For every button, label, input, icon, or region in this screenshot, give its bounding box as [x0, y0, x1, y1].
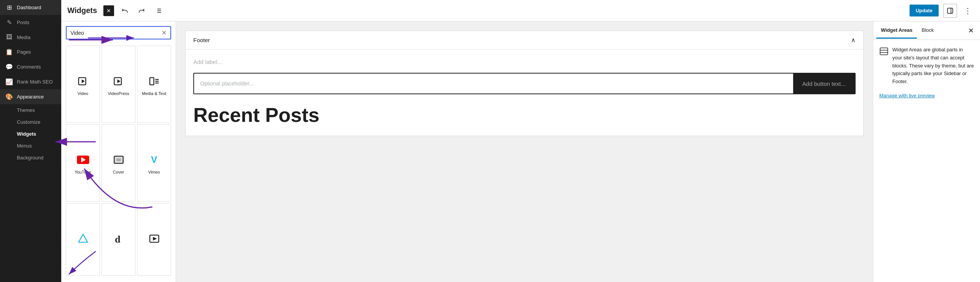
block-item-9[interactable]: [137, 203, 171, 276]
manage-live-preview-link[interactable]: Manage with live preview: [879, 92, 974, 100]
themes-label: Themes: [17, 107, 35, 113]
sidebar-item-pages[interactable]: 📋 Pages: [0, 44, 61, 59]
pages-icon: 📋: [5, 48, 13, 56]
svg-rect-24: [880, 48, 888, 55]
sidebar-item-label: Appearance: [17, 94, 44, 100]
footer-title: Footer: [193, 37, 210, 43]
canvas: Footer ∧ Add label... Optional placehold…: [176, 21, 873, 282]
search-placeholder: Optional placeholder...: [194, 74, 793, 93]
redo-button[interactable]: [136, 5, 148, 17]
tab-widget-areas[interactable]: Widget Areas: [876, 23, 917, 39]
more-options-button[interactable]: ⋮: [962, 5, 974, 17]
block-label: Cover: [113, 170, 124, 174]
sidebar-sub-item-themes[interactable]: Themes: [0, 104, 61, 116]
block-label: Media & Text: [142, 91, 166, 96]
toggle-sidebar-button[interactable]: [943, 4, 957, 18]
update-button[interactable]: Update: [910, 5, 939, 16]
search-input[interactable]: [70, 30, 162, 36]
recent-posts-title: Recent Posts: [193, 103, 856, 126]
youtube-icon: [76, 153, 90, 167]
right-panel: Widget Areas Block ✕ Widget Areas are gl…: [873, 21, 980, 282]
menus-label: Menus: [17, 143, 32, 149]
footer-header: Footer ∧: [186, 31, 863, 49]
widget-areas-panel-icon: [879, 47, 889, 56]
main-area: Widgets ✕ Update ⋮ ✕: [61, 0, 980, 282]
sidebar-sub-item-menus[interactable]: Menus: [0, 140, 61, 152]
search-box: ✕: [66, 26, 171, 39]
sidebar-item-label: Pages: [17, 49, 31, 55]
svg-marker-10: [82, 79, 85, 83]
block-item-youtube[interactable]: YouTube: [66, 125, 100, 202]
block-item-video[interactable]: Video: [66, 46, 100, 123]
block-label: YouTube: [75, 170, 91, 174]
widgets-label: Widgets: [17, 131, 36, 137]
footer-body: Add label... Optional placeholder... Add…: [186, 49, 863, 136]
posts-icon: ✎: [5, 19, 13, 26]
svg-rect-18: [116, 159, 121, 161]
right-panel-close-button[interactable]: ✕: [965, 25, 977, 37]
close-button[interactable]: ✕: [103, 5, 114, 16]
svg-text:d: d: [115, 234, 121, 244]
sidebar-item-comments[interactable]: 💬 Comments: [0, 59, 61, 74]
top-bar: Widgets ✕ Update ⋮: [61, 0, 980, 21]
page-title: Widgets: [67, 6, 97, 15]
sidebar-item-media[interactable]: 🖼 Media: [0, 30, 61, 44]
sidebar-item-label: Dashboard: [17, 5, 41, 10]
sidebar-item-rankmath[interactable]: 📈 Rank Math SEO: [0, 74, 61, 89]
block-item-media-text[interactable]: Media & Text: [137, 46, 171, 123]
block-item-videopress[interactable]: VideoPress: [101, 46, 136, 123]
content-area: ✕ Video: [61, 21, 980, 282]
block-label: Video: [78, 91, 88, 96]
tab-block[interactable]: Block: [917, 23, 938, 39]
block8-icon: d: [112, 232, 126, 246]
block-item-7[interactable]: [66, 203, 100, 276]
media-icon: 🖼: [5, 34, 13, 41]
appearance-icon: 🎨: [5, 93, 13, 100]
rankmath-icon: 📈: [5, 78, 13, 85]
right-panel-body: Widget Areas are global parts in your si…: [873, 40, 980, 106]
sidebar: ⊞ Dashboard ✎ Posts 🖼 Media 📋 Pages 💬 Co…: [0, 0, 61, 282]
cover-icon: [112, 153, 126, 167]
sidebar-item-label: Comments: [17, 64, 41, 70]
block-item-cover[interactable]: Cover: [101, 125, 136, 202]
videopress-icon: [112, 74, 126, 88]
block-label: Vimeo: [148, 170, 160, 174]
media-text-icon: [147, 74, 161, 88]
comments-icon: 💬: [5, 63, 13, 70]
video-icon: [76, 74, 90, 88]
sidebar-item-dashboard[interactable]: ⊞ Dashboard: [0, 0, 61, 15]
block-item-vimeo[interactable]: V Vimeo: [137, 125, 171, 202]
undo-button[interactable]: [119, 5, 131, 17]
block-item-8[interactable]: d: [101, 203, 136, 276]
svg-marker-22: [153, 237, 157, 240]
block-grid: Video VideoPress Media & Text: [61, 39, 176, 282]
right-panel-tabs: Widget Areas Block ✕: [873, 21, 980, 40]
sidebar-sub-item-widgets[interactable]: Widgets: [0, 128, 61, 140]
sidebar-item-appearance[interactable]: 🎨 Appearance: [0, 89, 61, 104]
sidebar-item-label: Media: [17, 34, 30, 40]
search-row: Optional placeholder... Add button text.…: [193, 73, 856, 94]
vimeo-icon: V: [147, 153, 161, 167]
sidebar-item-label: Rank Math SEO: [17, 79, 53, 85]
list-view-button[interactable]: [152, 5, 165, 17]
sidebar-item-posts[interactable]: ✎ Posts: [0, 15, 61, 30]
svg-rect-6: [947, 8, 953, 13]
svg-marker-19: [78, 234, 87, 242]
svg-marker-12: [117, 79, 120, 83]
search-clear-button[interactable]: ✕: [162, 29, 167, 36]
widget-areas-description: Widget Areas are global parts in your si…: [892, 46, 974, 86]
block7-icon: [76, 232, 90, 246]
sidebar-sub-item-customize[interactable]: Customize: [0, 116, 61, 128]
sidebar-sub-item-background[interactable]: Background: [0, 152, 61, 164]
block-panel: ✕ Video: [61, 21, 176, 282]
add-button-text[interactable]: Add button text...: [793, 74, 855, 93]
sidebar-item-label: Posts: [17, 20, 29, 25]
dashboard-icon: ⊞: [5, 4, 13, 11]
svg-rect-13: [150, 77, 154, 85]
customize-label: Customize: [17, 119, 40, 125]
background-label: Background: [17, 155, 43, 161]
footer-section: Footer ∧ Add label... Optional placehold…: [185, 31, 864, 136]
add-label[interactable]: Add label...: [193, 59, 856, 65]
block-label: VideoPress: [108, 91, 129, 96]
footer-collapse-button[interactable]: ∧: [851, 36, 856, 44]
